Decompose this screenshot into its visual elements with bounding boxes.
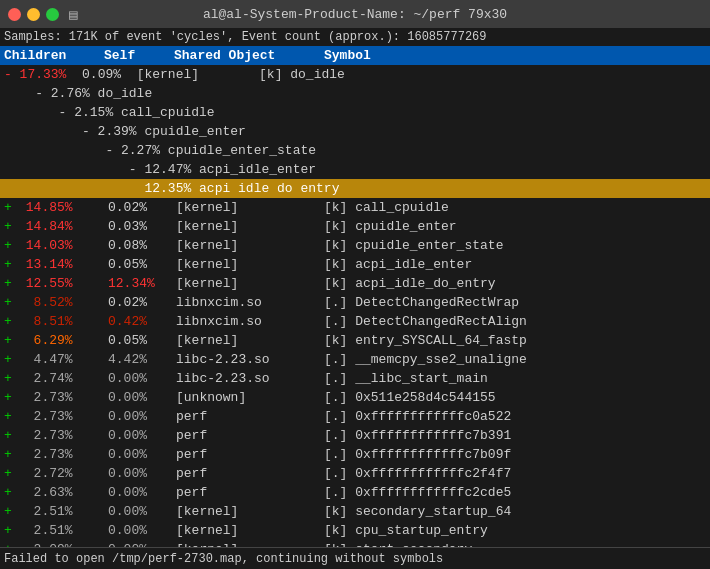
cell-symbol: [k] cpu_startup_entry <box>324 523 706 538</box>
cell-shared: perf <box>176 485 324 500</box>
cell-self: 0.05% <box>108 257 176 272</box>
table-row-7[interactable]: + 6.29% 0.05% [kernel] [k] entry_SYSCALL… <box>0 331 710 350</box>
cell-children: 2.51% <box>18 523 108 538</box>
cell-self: 12.34% <box>108 276 176 291</box>
table-row-18[interactable]: + 2.09% 0.00% [kernel] [k] start_seconda… <box>0 540 710 547</box>
col-header-children: Children <box>4 48 104 63</box>
cell-self: 0.00% <box>108 523 176 538</box>
cell-children: 8.51% <box>18 314 108 329</box>
window-controls <box>8 8 59 21</box>
cell-symbol: [.] 0xffffffffffffc7b09f <box>324 447 706 462</box>
row-prefix: + <box>4 390 18 405</box>
row-prefix: + <box>4 409 18 424</box>
cell-children: 2.09% <box>18 542 108 547</box>
cell-self: 0.05% <box>108 333 176 348</box>
cell-self: 4.42% <box>108 352 176 367</box>
cell-symbol: [.] 0xffffffffffffc7b391 <box>324 428 706 443</box>
cell-self: 0.00% <box>108 409 176 424</box>
table-row-15[interactable]: + 2.63% 0.00% perf [.] 0xffffffffffffc2c… <box>0 483 710 502</box>
cell-shared: [kernel] <box>176 276 324 291</box>
cell-shared: [kernel] <box>176 200 324 215</box>
samples-header: Samples: 171K of event 'cycles', Event c… <box>0 28 710 46</box>
row-prefix: + <box>4 371 18 386</box>
cell-symbol: [.] 0x511e258d4c544155 <box>324 390 706 405</box>
table-row-10[interactable]: + 2.73% 0.00% [unknown] [.] 0x511e258d4c… <box>0 388 710 407</box>
cell-shared: perf <box>176 428 324 443</box>
row-prefix: + <box>4 485 18 500</box>
table-row-1[interactable]: + 14.84% 0.03% [kernel] [k] cpuidle_ente… <box>0 217 710 236</box>
terminal[interactable]: Samples: 171K of event 'cycles', Event c… <box>0 28 710 547</box>
table-row-8[interactable]: + 4.47% 4.42% libc-2.23.so [.] __memcpy_… <box>0 350 710 369</box>
close-button[interactable] <box>8 8 21 21</box>
table-row-13[interactable]: + 2.73% 0.00% perf [.] 0xffffffffffffc7b… <box>0 445 710 464</box>
cell-children: 6.29% <box>18 333 108 348</box>
indent-row-4: - 2.27% cpuidle_enter_state <box>0 141 710 160</box>
row-prefix: + <box>4 314 18 329</box>
cell-children: 14.85% <box>18 200 108 215</box>
cell-self: 0.00% <box>108 390 176 405</box>
cell-children: 2.72% <box>18 466 108 481</box>
table-row-2[interactable]: + 14.03% 0.08% [kernel] [k] cpuidle_ente… <box>0 236 710 255</box>
indent-rows: - 17.33% 0.09% [kernel][k] do_idle - 2.7… <box>0 65 710 547</box>
highlighted-row[interactable]: 12.35% acpi idle do entry <box>0 179 710 198</box>
indent-row-0: - 17.33% 0.09% [kernel][k] do_idle <box>0 65 710 84</box>
table-row-3[interactable]: + 13.14% 0.05% [kernel] [k] acpi_idle_en… <box>0 255 710 274</box>
cell-self: 0.02% <box>108 200 176 215</box>
maximize-button[interactable] <box>46 8 59 21</box>
cell-shared: [kernel] <box>176 238 324 253</box>
terminal-icon: ▤ <box>69 6 77 23</box>
cell-children: 2.74% <box>18 371 108 386</box>
row-prefix: + <box>4 352 18 367</box>
table-row-17[interactable]: + 2.51% 0.00% [kernel] [k] cpu_startup_e… <box>0 521 710 540</box>
col-header-self: Self <box>104 48 174 63</box>
status-bar: Failed to open /tmp/perf-2730.map, conti… <box>0 547 710 569</box>
row-prefix: + <box>4 542 18 547</box>
indent-row-1: - 2.76% do_idle <box>0 84 710 103</box>
cell-children: 14.03% <box>18 238 108 253</box>
column-headers: Children Self Shared Object Symbol <box>0 46 710 65</box>
cell-self: 0.00% <box>108 485 176 500</box>
row-prefix: + <box>4 200 18 215</box>
window-title: al@al-System-Product-Name: ~/perf 79x30 <box>203 7 507 22</box>
minimize-button[interactable] <box>27 8 40 21</box>
cell-shared: [kernel] <box>176 257 324 272</box>
table-row-4[interactable]: + 12.55% 12.34% [kernel] [k] acpi_idle_d… <box>0 274 710 293</box>
table-row-9[interactable]: + 2.74% 0.00% libc-2.23.so [.] __libc_st… <box>0 369 710 388</box>
cell-shared: [kernel] <box>176 219 324 234</box>
cell-children: 2.73% <box>18 428 108 443</box>
table-row-12[interactable]: + 2.73% 0.00% perf [.] 0xffffffffffffc7b… <box>0 426 710 445</box>
row-prefix: + <box>4 276 18 291</box>
table-row-6[interactable]: + 8.51% 0.42% libnxcim.so [.] DetectChan… <box>0 312 710 331</box>
cell-shared: libnxcim.so <box>176 295 324 310</box>
cell-symbol: [k] call_cpuidle <box>324 200 706 215</box>
cell-self: 0.03% <box>108 219 176 234</box>
row-prefix: + <box>4 504 18 519</box>
cell-shared: libc-2.23.so <box>176 352 324 367</box>
cell-shared: perf <box>176 466 324 481</box>
table-row-0[interactable]: + 14.85% 0.02% [kernel] [k] call_cpuidle <box>0 198 710 217</box>
table-row-16[interactable]: + 2.51% 0.00% [kernel] [k] secondary_sta… <box>0 502 710 521</box>
cell-shared: [unknown] <box>176 390 324 405</box>
title-bar: ▤ al@al-System-Product-Name: ~/perf 79x3… <box>0 0 710 28</box>
cell-symbol: [.] 0xffffffffffffc2f4f7 <box>324 466 706 481</box>
table-row-14[interactable]: + 2.72% 0.00% perf [.] 0xffffffffffffc2f… <box>0 464 710 483</box>
table-row-5[interactable]: + 8.52% 0.02% libnxcim.so [.] DetectChan… <box>0 293 710 312</box>
cell-self: 0.00% <box>108 428 176 443</box>
table-row-11[interactable]: + 2.73% 0.00% perf [.] 0xffffffffffffc0a… <box>0 407 710 426</box>
cell-shared: [kernel] <box>176 333 324 348</box>
row-prefix: + <box>4 219 18 234</box>
col-header-symbol: Symbol <box>324 48 706 63</box>
row-prefix: + <box>4 523 18 538</box>
cell-symbol: [k] acpi_idle_enter <box>324 257 706 272</box>
cell-children: 13.14% <box>18 257 108 272</box>
cell-symbol: [k] secondary_startup_64 <box>324 504 706 519</box>
cell-symbol: [.] DetectChangedRectWrap <box>324 295 706 310</box>
cell-children: 12.55% <box>18 276 108 291</box>
cell-shared: perf <box>176 447 324 462</box>
cell-self: 0.08% <box>108 238 176 253</box>
cell-symbol: [.] __memcpy_sse2_unaligne <box>324 352 706 367</box>
col-header-shared: Shared Object <box>174 48 324 63</box>
indent-row-5: - 12.47% acpi_idle_enter <box>0 160 710 179</box>
cell-children: 4.47% <box>18 352 108 367</box>
cell-shared: [kernel] <box>176 504 324 519</box>
